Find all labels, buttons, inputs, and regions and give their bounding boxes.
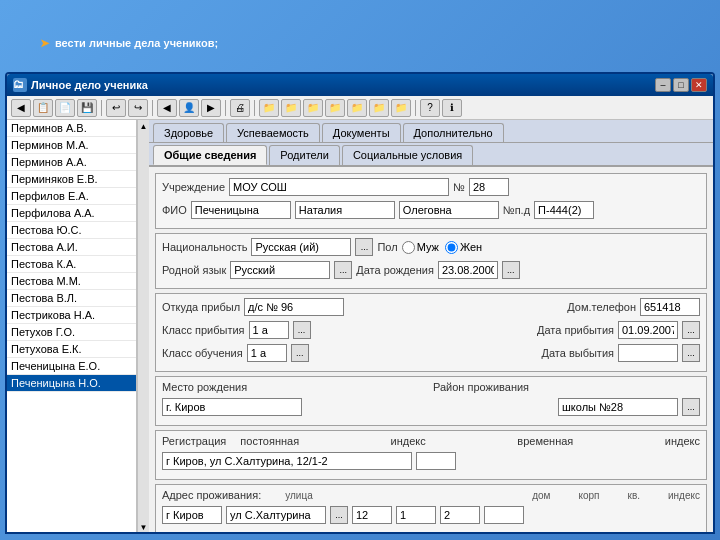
toolbar-btn-16[interactable]: 📁 — [369, 99, 389, 117]
telefon-input[interactable] — [640, 298, 700, 316]
adres-indeks-input[interactable] — [484, 506, 524, 524]
student-item-1[interactable]: Перминов М.А. — [7, 137, 136, 154]
student-item-0[interactable]: Перминов А.В. — [7, 120, 136, 137]
pol-muz-option[interactable]: Муж — [402, 241, 439, 254]
toolbar-btn-10[interactable]: 🖨 — [230, 99, 250, 117]
otkuda-label: Откуда прибыл — [162, 301, 240, 313]
scroll-up[interactable]: ▲ — [140, 122, 148, 131]
data-prib-btn[interactable]: ... — [682, 321, 700, 339]
toolbar-btn-3[interactable]: 📄 — [55, 99, 75, 117]
birthdate-btn[interactable]: ... — [502, 261, 520, 279]
adres-dom-input[interactable] — [352, 506, 392, 524]
student-list: Перминов А.В. Перминов М.А. Перминов А.А… — [7, 120, 137, 532]
student-item-14[interactable]: Печеницына Е.О. — [7, 358, 136, 375]
student-item-8[interactable]: Пестова К.А. — [7, 256, 136, 273]
lang-btn[interactable]: ... — [334, 261, 352, 279]
data-vyb-input[interactable] — [618, 344, 678, 362]
nomer-input[interactable] — [469, 178, 509, 196]
reg-indeks-input[interactable] — [416, 452, 456, 470]
student-item-12[interactable]: Петухов Г.О. — [7, 324, 136, 341]
tab-documents[interactable]: Документы — [322, 123, 401, 142]
tab-progress[interactable]: Успеваемость — [226, 123, 320, 142]
student-item-3[interactable]: Перминяков Е.В. — [7, 171, 136, 188]
mesto-label: Место рождения — [162, 381, 247, 393]
student-item-9[interactable]: Пестова М.М. — [7, 273, 136, 290]
toolbar-btn-2[interactable]: 📋 — [33, 99, 53, 117]
student-item-2[interactable]: Перминов А.А. — [7, 154, 136, 171]
adres-city-input[interactable] — [162, 506, 222, 524]
tab-general[interactable]: Общие сведения — [153, 145, 267, 165]
tab-parents[interactable]: Родители — [269, 145, 340, 165]
student-item-11[interactable]: Пестрикова Н.А. — [7, 307, 136, 324]
imya-input[interactable] — [295, 201, 395, 219]
post-label: постоянная — [240, 435, 299, 447]
lang-input[interactable] — [230, 261, 330, 279]
otkuda-input[interactable] — [244, 298, 344, 316]
birthdate-input[interactable] — [438, 261, 498, 279]
pol-zhen-radio[interactable] — [445, 241, 458, 254]
klass-obuch-input[interactable] — [247, 344, 287, 362]
data-prib-label: Дата прибытия — [537, 324, 614, 336]
list-scrollbar[interactable]: ▲ ▼ — [137, 120, 149, 532]
klass-prib-input[interactable] — [249, 321, 289, 339]
dom-col-label: дом — [532, 490, 550, 501]
familiya-input[interactable] — [191, 201, 291, 219]
toolbar-btn-5[interactable]: ↩ — [106, 99, 126, 117]
scroll-down[interactable]: ▼ — [140, 523, 148, 532]
uchrezhdenie-input[interactable] — [229, 178, 449, 196]
student-item-13[interactable]: Петухова Е.К. — [7, 341, 136, 358]
student-item-5[interactable]: Перфилова А.А. — [7, 205, 136, 222]
pol-label: Пол — [377, 241, 397, 253]
toolbar-btn-6[interactable]: ↪ — [128, 99, 148, 117]
student-item-15[interactable]: Печеницына Н.О. — [7, 375, 136, 392]
toolbar-btn-12[interactable]: 📁 — [281, 99, 301, 117]
student-item-7[interactable]: Пестова А.И. — [7, 239, 136, 256]
minimize-button[interactable]: – — [655, 78, 671, 92]
toolbar-btn-7[interactable]: ◀ — [157, 99, 177, 117]
pol-zhen-option[interactable]: Жен — [445, 241, 482, 254]
toolbar-btn-15[interactable]: 📁 — [347, 99, 367, 117]
toolbar-btn-1[interactable]: ◀ — [11, 99, 31, 117]
lang-row: Родной язык ... Дата рождения ... — [162, 261, 700, 279]
klass-obuch-btn[interactable]: ... — [291, 344, 309, 362]
mesto-input[interactable] — [162, 398, 302, 416]
student-item-6[interactable]: Пестова Ю.С. — [7, 222, 136, 239]
nomer-dela-input[interactable] — [534, 201, 594, 219]
otkuda-row: Откуда прибыл Дом.телефон — [162, 298, 700, 316]
toolbar-btn-8[interactable]: 👤 — [179, 99, 199, 117]
adres-kv-input[interactable] — [440, 506, 480, 524]
tabs-row-1: Здоровье Успеваемость Документы Дополнит… — [149, 120, 713, 143]
pol-muz-radio[interactable] — [402, 241, 415, 254]
otchestvo-input[interactable] — [399, 201, 499, 219]
nomer-label: № — [453, 181, 465, 193]
klass-prib-btn[interactable]: ... — [293, 321, 311, 339]
tab-additional[interactable]: Дополнительно — [403, 123, 504, 142]
reg-address-input[interactable] — [162, 452, 412, 470]
toolbar-btn-4[interactable]: 💾 — [77, 99, 97, 117]
nats-btn[interactable]: ... — [355, 238, 373, 256]
adres-btn[interactable]: ... — [330, 506, 348, 524]
adres-ulitsa-input[interactable] — [226, 506, 326, 524]
klass-row: Класс прибытия ... Дата прибытия ... — [162, 321, 700, 339]
adres-korp-input[interactable] — [396, 506, 436, 524]
lang-label: Родной язык — [162, 264, 226, 276]
sep-1 — [101, 100, 102, 116]
nats-input[interactable] — [251, 238, 351, 256]
toolbar-btn-11[interactable]: 📁 — [259, 99, 279, 117]
toolbar-btn-18[interactable]: ? — [420, 99, 440, 117]
tab-social[interactable]: Социальные условия — [342, 145, 473, 165]
maximize-button[interactable]: □ — [673, 78, 689, 92]
student-item-10[interactable]: Пестова В.Л. — [7, 290, 136, 307]
toolbar-btn-14[interactable]: 📁 — [325, 99, 345, 117]
toolbar-btn-13[interactable]: 📁 — [303, 99, 323, 117]
rayon-btn[interactable]: ... — [682, 398, 700, 416]
close-button[interactable]: ✕ — [691, 78, 707, 92]
student-item-4[interactable]: Перфилов Е.А. — [7, 188, 136, 205]
toolbar-btn-17[interactable]: 📁 — [391, 99, 411, 117]
data-vyb-btn[interactable]: ... — [682, 344, 700, 362]
toolbar-btn-19[interactable]: ℹ — [442, 99, 462, 117]
tab-health[interactable]: Здоровье — [153, 123, 224, 142]
toolbar-btn-9[interactable]: ▶ — [201, 99, 221, 117]
data-prib-input[interactable] — [618, 321, 678, 339]
rayon-input[interactable] — [558, 398, 678, 416]
